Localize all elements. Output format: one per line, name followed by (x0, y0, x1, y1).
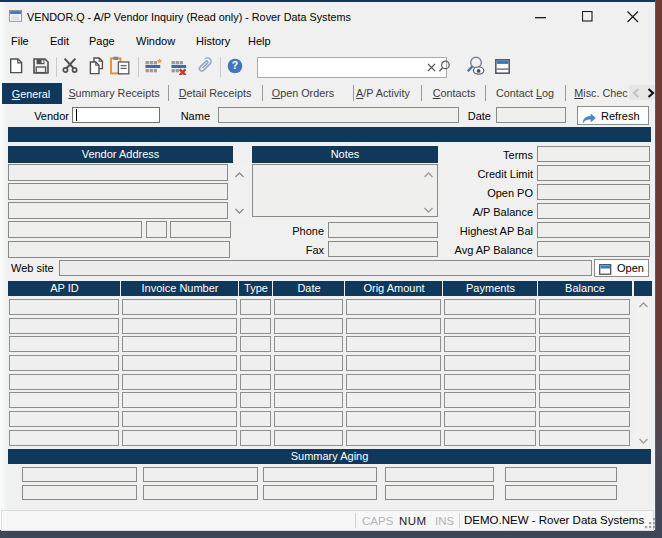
svg-text:?: ? (232, 59, 238, 71)
